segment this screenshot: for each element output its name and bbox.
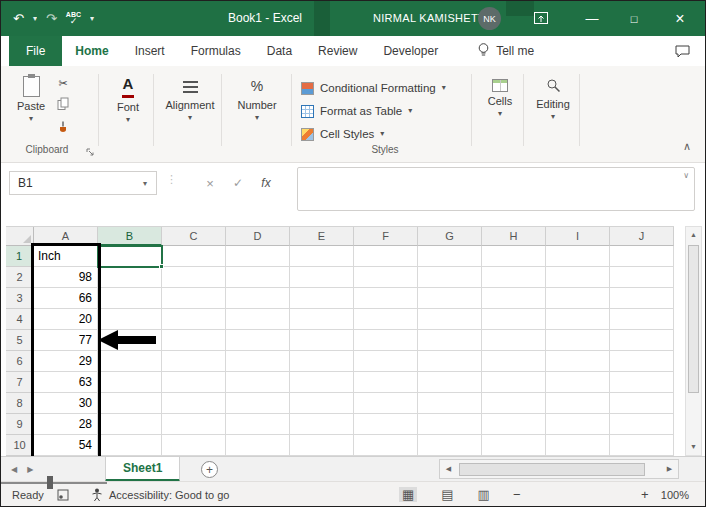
cell-styles-button[interactable]: Cell Styles ▾ [301, 125, 384, 143]
maximize-button[interactable]: □ [613, 1, 655, 36]
format-as-table-button[interactable]: Format as Table ▾ [301, 102, 412, 120]
row-header-2[interactable]: 2 [6, 267, 34, 288]
column-header-f[interactable]: F [354, 227, 418, 246]
row-header-4[interactable]: 4 [6, 309, 34, 330]
account-name[interactable]: NIRMAL KAMISHETTY [373, 1, 493, 36]
normal-view-icon[interactable]: ▦ [399, 487, 417, 502]
cell-a7[interactable]: 63 [34, 372, 98, 393]
column-header-b[interactable]: B [98, 227, 162, 246]
fill-handle[interactable] [159, 264, 164, 269]
comments-icon[interactable] [674, 36, 691, 66]
column-header-c[interactable]: C [162, 227, 226, 246]
cell-a5[interactable]: 77 [34, 330, 98, 351]
prev-sheet-icon[interactable]: ◀ [11, 465, 17, 474]
vertical-scrollbar-thumb[interactable] [688, 245, 699, 393]
copy-icon[interactable] [57, 97, 69, 113]
tab-data[interactable]: Data [254, 36, 305, 66]
cell-a9[interactable]: 28 [34, 414, 98, 435]
paste-clipboard-icon [23, 76, 40, 97]
row-header-6[interactable]: 6 [6, 351, 34, 372]
column-header-h[interactable]: H [482, 227, 546, 246]
row-header-8[interactable]: 8 [6, 393, 34, 414]
clipboard-dialog-launcher-icon[interactable] [86, 146, 94, 158]
tab-insert[interactable]: Insert [122, 36, 178, 66]
cell-a8[interactable]: 30 [34, 393, 98, 414]
tell-me-box[interactable]: Tell me [477, 36, 534, 66]
expand-formula-bar-icon[interactable]: ∨ [683, 171, 689, 180]
cell-a4[interactable]: 20 [34, 309, 98, 330]
page-break-view-icon[interactable]: ▥ [478, 487, 490, 502]
next-sheet-icon[interactable]: ▶ [27, 465, 33, 474]
horizontal-scrollbar[interactable]: ◀ ▶ [439, 459, 679, 479]
row-header-10[interactable]: 10 [6, 435, 34, 456]
collapse-ribbon-icon[interactable]: ∧ [683, 140, 691, 153]
column-header-g[interactable]: G [418, 227, 482, 246]
paste-dropdown-icon[interactable]: ▾ [29, 115, 33, 123]
arrow-shape[interactable] [98, 329, 160, 351]
cell-a3[interactable]: 66 [34, 288, 98, 309]
zoom-out-button[interactable]: − [513, 482, 521, 507]
scroll-left-icon[interactable]: ◀ [440, 465, 457, 473]
enter-formula-button[interactable]: ✓ [225, 171, 251, 195]
font-group-button[interactable]: A Font ▾ [103, 76, 153, 124]
sheet-tab-sheet1[interactable]: Sheet1 [105, 457, 180, 482]
customize-qat-icon[interactable]: ▾ [90, 14, 94, 23]
selected-cell-b1[interactable] [97, 245, 163, 268]
column-header-e[interactable]: E [290, 227, 354, 246]
accessibility-icon[interactable] [91, 482, 103, 507]
spellcheck-icon[interactable]: ABC ✓ [66, 11, 81, 26]
close-button[interactable]: × [655, 1, 705, 36]
row-header-1[interactable]: 1 [6, 246, 34, 267]
name-box[interactable]: B1 ▾ [9, 171, 157, 195]
format-painter-icon[interactable] [57, 121, 69, 136]
tab-home[interactable]: Home [62, 36, 121, 66]
undo-icon[interactable]: ↶ [13, 11, 24, 26]
cell-a1[interactable]: Inch [34, 246, 98, 267]
horizontal-scrollbar-thumb[interactable] [459, 463, 645, 476]
ribbon-display-options-icon[interactable] [533, 10, 549, 30]
cell-a10[interactable]: 54 [34, 435, 98, 456]
scroll-right-icon[interactable]: ▶ [661, 465, 678, 473]
paste-button[interactable]: Paste ▾ [13, 76, 49, 123]
scroll-down-icon[interactable]: ▼ [686, 439, 701, 455]
column-header-d[interactable]: D [226, 227, 290, 246]
vertical-scrollbar[interactable]: ▲ ▼ [685, 226, 702, 456]
cancel-formula-button[interactable]: × [197, 171, 223, 195]
number-group-button[interactable]: % Number ▾ [229, 76, 285, 122]
conditional-formatting-button[interactable]: Conditional Formatting ▾ [301, 79, 446, 97]
editing-group-button[interactable]: Editing ▾ [529, 76, 577, 121]
zoom-in-button[interactable]: + [641, 482, 649, 507]
zoom-level[interactable]: 100% [653, 482, 699, 507]
row-header-7[interactable]: 7 [6, 372, 34, 393]
name-box-dropdown-icon[interactable]: ▾ [134, 179, 156, 188]
minimize-button[interactable]: — [571, 1, 613, 36]
tab-review[interactable]: Review [305, 36, 370, 66]
undo-dropdown-icon[interactable]: ▾ [33, 14, 37, 23]
column-header-i[interactable]: I [546, 227, 610, 246]
avatar[interactable]: NK [478, 7, 501, 30]
cells-group-button[interactable]: Cells ▾ [477, 76, 523, 118]
alignment-group-button[interactable]: Alignment ▾ [161, 76, 219, 122]
page-layout-view-icon[interactable]: ▤ [441, 487, 453, 502]
column-header-a[interactable]: A [34, 227, 98, 246]
accessibility-status[interactable]: Accessibility: Good to go [109, 482, 229, 507]
tab-developer[interactable]: Developer [370, 36, 451, 66]
scroll-up-icon[interactable]: ▲ [686, 227, 701, 243]
cut-icon[interactable]: ✂ [58, 78, 67, 89]
redo-icon[interactable]: ↷ [46, 11, 57, 26]
new-sheet-button[interactable]: + [201, 461, 218, 478]
tab-file[interactable]: File [9, 36, 62, 66]
row-header-3[interactable]: 3 [6, 288, 34, 309]
formula-input[interactable]: ∨ [297, 167, 695, 211]
tab-formulas[interactable]: Formulas [178, 36, 254, 66]
insert-function-button[interactable]: fx [253, 171, 279, 195]
cell-a6[interactable]: 29 [34, 351, 98, 372]
select-all-corner[interactable] [6, 227, 34, 246]
column-header-j[interactable]: J [610, 227, 674, 246]
row-header-9[interactable]: 9 [6, 414, 34, 435]
zoom-slider-thumb[interactable] [47, 476, 53, 489]
macro-record-icon[interactable] [57, 482, 69, 507]
row-header-5[interactable]: 5 [6, 330, 34, 351]
cell-a2[interactable]: 98 [34, 267, 98, 288]
cells-area[interactable] [98, 246, 674, 456]
